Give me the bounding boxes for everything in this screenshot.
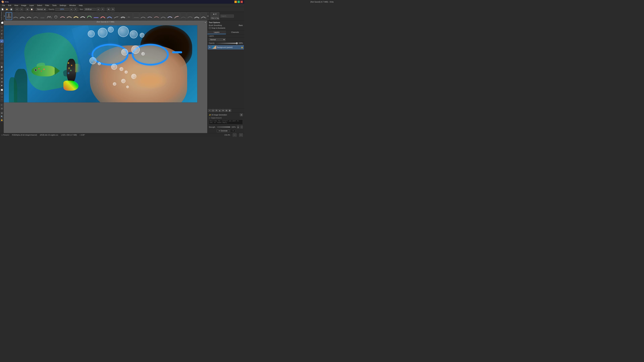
close-button[interactable]: ✕	[240, 1, 243, 3]
brush-all-btn[interactable]: ▶ All	[210, 12, 219, 16]
opacity-up-btn[interactable]: ▲	[70, 7, 73, 11]
zoom-in-btn[interactable]: +	[239, 133, 243, 137]
brush-preset-26[interactable]	[174, 12, 180, 20]
brush-preset-29[interactable]	[194, 12, 200, 20]
copy-button[interactable]: ⧉	[26, 7, 29, 11]
strength-plus-btn[interactable]: +	[240, 125, 243, 129]
redo-button[interactable]: ↪	[20, 7, 23, 11]
menu-layer[interactable]: Layer	[28, 4, 36, 7]
paste-button[interactable]: 📋	[30, 7, 34, 11]
tool-clone[interactable]: ⊞	[0, 80, 4, 83]
move-layer-up-button[interactable]: ▲	[218, 109, 221, 112]
size-up-btn[interactable]: ▲	[96, 7, 100, 11]
tool-path[interactable]: ⌒	[0, 57, 4, 60]
tool-blur[interactable]: ◉	[0, 84, 4, 87]
layer-opacity-slider[interactable]	[216, 43, 238, 43]
tool-select-freehand[interactable]: ⌒	[0, 99, 4, 102]
tool-calligraphy[interactable]: ∫	[0, 36, 4, 39]
generate-button[interactable]: ✦ Generate	[217, 129, 230, 132]
size-value[interactable]: 10.00 px	[84, 8, 96, 11]
menu-edit[interactable]: Edit	[7, 4, 12, 7]
menu-filter[interactable]: Filter	[44, 4, 50, 7]
layer-blend-mode-select[interactable]: Normal	[209, 38, 226, 41]
menu-select[interactable]: Select	[36, 4, 44, 7]
tool-transform[interactable]: ⤢	[0, 29, 4, 32]
tab-layers[interactable]: Layers	[208, 30, 226, 34]
ai-panel-expand[interactable]: ⚙	[240, 113, 243, 116]
menu-file[interactable]: File	[1, 4, 6, 7]
brush-preset-6[interactable]	[39, 12, 46, 20]
tool-polygon[interactable]: ⬡	[0, 53, 4, 57]
layer-visibility-toggle[interactable]: 👁	[209, 46, 211, 48]
tool-select-contiguous[interactable]: ⊸	[0, 95, 4, 98]
menu-help[interactable]: Help	[78, 4, 84, 7]
add-mask-button[interactable]: ⊡	[212, 109, 214, 112]
brush-preset-10[interactable]	[66, 12, 72, 20]
tool-eraser[interactable]: ◻	[0, 73, 4, 76]
undo-button[interactable]: ↩	[15, 7, 19, 11]
menu-image[interactable]: Image	[20, 4, 28, 7]
brush-preset-22[interactable]	[146, 12, 153, 20]
new-button[interactable]: 📄	[1, 7, 4, 11]
move-layer-down-button[interactable]: ▼	[222, 109, 224, 112]
size-down-btn[interactable]: ▼	[101, 7, 104, 11]
brush-preset-16[interactable]	[106, 12, 113, 20]
brush-preset-5[interactable]	[32, 12, 39, 20]
copy-layer-button[interactable]: ⧉	[215, 109, 218, 112]
brush-preset-19[interactable]: abc	[126, 12, 133, 20]
tool-text[interactable]	[0, 32, 4, 36]
brush-preset-25[interactable]	[167, 12, 173, 20]
brush-search-input[interactable]	[220, 14, 234, 17]
brush-preset-28[interactable]	[187, 12, 193, 20]
tool-smart-patch[interactable]: ⊠	[0, 77, 4, 80]
canvas-close-button[interactable]	[204, 21, 206, 24]
brush-tag-btn[interactable]: Filter in Tag	[210, 16, 219, 20]
brush-preset-17[interactable]	[113, 12, 120, 20]
tool-line[interactable]: ╱	[0, 43, 4, 46]
open-button[interactable]: 📂	[5, 7, 9, 11]
menu-settings[interactable]: Settings	[58, 4, 68, 7]
brush-scroll-left[interactable]: ◀	[3, 12, 5, 20]
brush-preset-13[interactable]	[86, 12, 92, 20]
brush-preset-2[interactable]	[12, 12, 19, 20]
brush-scroll-right[interactable]: ▶	[207, 12, 209, 20]
tool-select-circle[interactable]: ◯	[0, 92, 4, 95]
layer-properties-button[interactable]: ⊞	[225, 109, 228, 112]
delete-layer-button[interactable]: 🗑	[228, 109, 231, 112]
tool-measure[interactable]: ⊢	[0, 103, 4, 107]
tool-freehand-brush[interactable]: 🖌	[0, 39, 4, 43]
mirror-v-btn[interactable]: ⇅	[111, 7, 115, 11]
snap-assistants-checkbox[interactable]	[209, 27, 211, 29]
save-button[interactable]: 💾	[10, 7, 13, 11]
brush-preset-24[interactable]	[160, 12, 166, 20]
brush-preset-30[interactable]	[200, 12, 206, 20]
menu-view[interactable]: View	[13, 4, 20, 7]
tool-reference[interactable]: ⊡	[0, 107, 4, 110]
brush-preset-4[interactable]	[26, 12, 32, 20]
tool-gradient[interactable]: ▓	[0, 65, 4, 68]
opacity-value[interactable]: 100%	[55, 8, 69, 11]
brush-preset-9[interactable]	[59, 12, 66, 20]
tool-rect[interactable]: ▭	[0, 46, 4, 50]
opacity-down-btn[interactable]: ▼	[74, 7, 78, 11]
menu-tools[interactable]: Tools	[51, 4, 58, 7]
tool-pan[interactable]: ✋	[0, 118, 4, 122]
brush-preset-8[interactable]	[53, 12, 59, 20]
ai-strength-slider[interactable]	[217, 127, 230, 127]
canvas-image[interactable]	[4, 25, 198, 103]
zoom-out-btn[interactable]: −	[233, 133, 236, 137]
menu-window[interactable]: Window	[68, 4, 77, 7]
ai-prompt-input[interactable]	[209, 119, 243, 124]
brush-preset-27[interactable]	[180, 12, 186, 20]
tool-crop[interactable]: ⊞	[0, 111, 4, 115]
brush-preset-23[interactable]	[153, 12, 160, 20]
brush-preset-7[interactable]	[46, 12, 52, 20]
brush-preset-14[interactable]	[93, 12, 99, 20]
blend-mode-select[interactable]: Normal	[36, 8, 46, 11]
layer-item-background[interactable]: 👁 Background (pasted) 🔒	[208, 45, 244, 49]
brush-preset-21[interactable]	[140, 12, 146, 20]
strength-up-btn[interactable]: ▲	[237, 125, 239, 129]
maximize-button[interactable]: □	[238, 1, 240, 3]
brush-preset-12[interactable]	[80, 12, 86, 20]
mirror-h-btn[interactable]: ⇆	[107, 7, 110, 11]
